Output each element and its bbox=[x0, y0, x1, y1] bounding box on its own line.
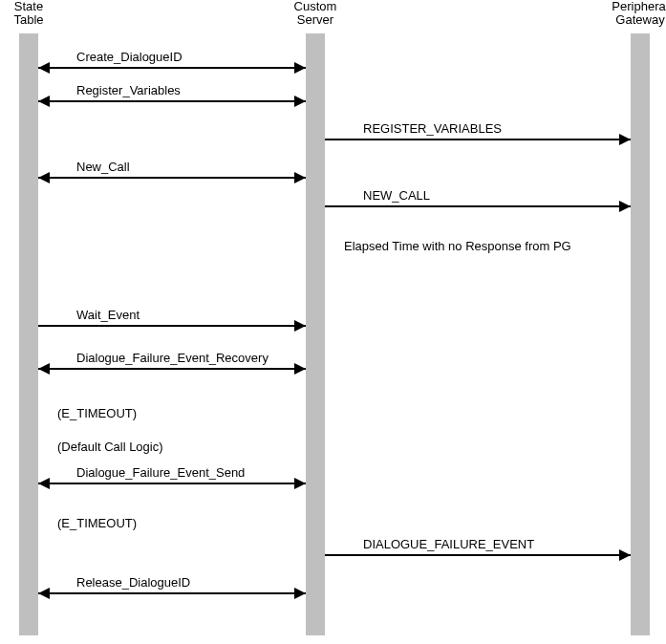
message-new-call-pg bbox=[325, 205, 631, 207]
message-label-wait-event: Wait_Event bbox=[76, 308, 140, 322]
arrowhead-left-icon bbox=[38, 172, 50, 183]
lifeline-header-line1: Custom bbox=[282, 0, 349, 13]
arrowhead-right-icon bbox=[294, 320, 306, 332]
lifeline-header-line2: Table bbox=[0, 13, 62, 27]
note-e-timeout-2: (E_TIMEOUT) bbox=[57, 516, 137, 530]
note-elapsed-note: Elapsed Time with no Response from PG bbox=[344, 239, 571, 253]
arrowhead-right-icon bbox=[294, 478, 306, 489]
arrowhead-right-icon bbox=[294, 96, 306, 107]
lifeline-header-state_table: StateTable bbox=[0, 0, 62, 28]
message-release-dialogueid bbox=[38, 592, 306, 594]
message-dlg-fail-send bbox=[38, 483, 306, 484]
arrowhead-right-icon bbox=[619, 549, 631, 561]
lifeline-bar-custom_server bbox=[306, 33, 325, 635]
arrowhead-right-icon bbox=[619, 201, 631, 212]
arrowhead-left-icon bbox=[38, 62, 50, 74]
lifeline-header-line2: Server bbox=[282, 13, 349, 27]
message-label-new-call-pg: NEW_CALL bbox=[363, 188, 430, 203]
lifeline-header-peripheral_gw: PeripheralGateway bbox=[607, 0, 666, 28]
lifeline-bar-peripheral_gw bbox=[631, 33, 650, 635]
message-label-register-variables-pg: REGISTER_VARIABLES bbox=[363, 121, 502, 136]
note-default-logic: (Default Call Logic) bbox=[57, 440, 163, 454]
sequence-diagram: StateTableCustomServerPeripheralGatewayC… bbox=[0, 0, 666, 644]
message-label-create-dialogueid: Create_DialogueID bbox=[76, 50, 183, 64]
arrowhead-right-icon bbox=[294, 172, 306, 183]
arrowhead-left-icon bbox=[38, 363, 50, 375]
message-wait-event bbox=[38, 325, 306, 327]
message-create-dialogueid bbox=[38, 67, 306, 69]
message-label-dlg-fail-event-pg: DIALOGUE_FAILURE_EVENT bbox=[363, 537, 534, 551]
message-dlg-fail-event-pg bbox=[325, 554, 631, 556]
lifeline-bar-state_table bbox=[19, 33, 38, 635]
message-register-variables bbox=[38, 100, 306, 102]
arrowhead-left-icon bbox=[38, 588, 50, 599]
message-new-call bbox=[38, 177, 306, 179]
arrowhead-right-icon bbox=[294, 62, 306, 74]
message-label-dlg-fail-send: Dialogue_Failure_Event_Send bbox=[76, 465, 245, 480]
lifeline-header-line2: Gateway bbox=[607, 13, 666, 27]
arrowhead-left-icon bbox=[38, 478, 50, 489]
arrowhead-right-icon bbox=[619, 134, 631, 145]
message-dlg-fail-recovery bbox=[38, 368, 306, 370]
message-label-dlg-fail-recovery: Dialogue_Failure_Event_Recovery bbox=[76, 351, 269, 365]
message-register-variables-pg bbox=[325, 139, 631, 140]
arrowhead-right-icon bbox=[294, 588, 306, 599]
lifeline-header-line1: State bbox=[0, 0, 62, 13]
message-label-new-call: New_Call bbox=[76, 160, 130, 174]
lifeline-header-custom_server: CustomServer bbox=[282, 0, 349, 28]
note-e-timeout-1: (E_TIMEOUT) bbox=[57, 406, 137, 420]
lifeline-header-line1: Peripheral bbox=[607, 0, 666, 13]
arrowhead-left-icon bbox=[38, 96, 50, 107]
arrowhead-right-icon bbox=[294, 363, 306, 375]
message-label-release-dialogueid: Release_DialogueID bbox=[76, 575, 190, 590]
message-label-register-variables: Register_Variables bbox=[76, 83, 181, 97]
